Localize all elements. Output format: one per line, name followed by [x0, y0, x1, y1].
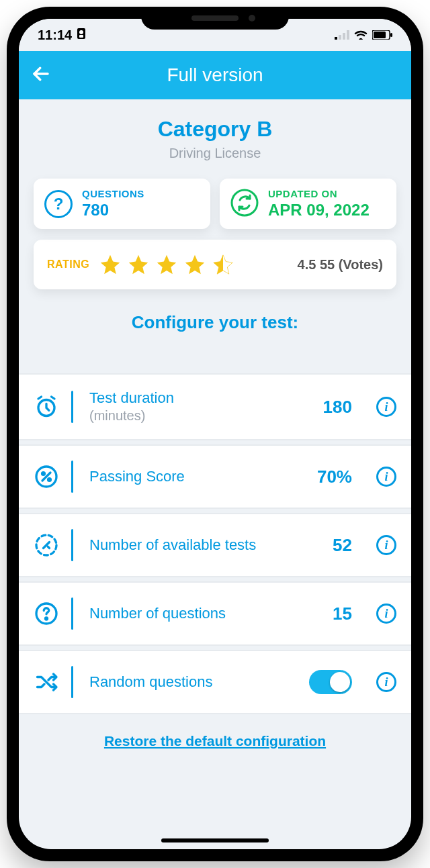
setting-label-nquestions: Number of questions	[89, 605, 320, 622]
svg-rect-3	[335, 37, 337, 40]
setting-label-tests: Number of available tests	[89, 536, 320, 554]
setting-row-tests[interactable]: Number of available tests 52 i	[19, 513, 411, 577]
svg-rect-9	[390, 33, 392, 37]
app-bar: Full version	[19, 51, 411, 99]
page-title: Full version	[167, 64, 263, 86]
clock-icon	[34, 394, 59, 420]
test-count-icon	[34, 532, 59, 558]
svg-point-15	[42, 473, 45, 475]
battery-icon	[372, 28, 392, 43]
setting-value-tests: 52	[333, 535, 352, 556]
wifi-icon	[353, 28, 368, 43]
random-toggle[interactable]	[309, 670, 352, 694]
updated-label: UPDATED ON	[268, 188, 370, 199]
phone-notch	[141, 7, 289, 30]
phone-screen: 11:14	[19, 19, 411, 849]
rating-card: RATING 4.5 55 (Votes)	[34, 240, 396, 289]
status-time: 11:14	[38, 28, 72, 43]
back-button[interactable]	[31, 64, 51, 87]
category-subtitle: Driving License	[34, 146, 396, 161]
category-title: Category B	[34, 117, 396, 142]
setting-row-random[interactable]: Random questions i	[19, 650, 411, 714]
percent-icon	[34, 464, 59, 489]
restore-link-container: Restore the default configuration	[19, 733, 411, 769]
setting-label-random: Random questions	[89, 673, 297, 691]
info-icon[interactable]: i	[376, 604, 396, 624]
cellular-icon	[335, 28, 349, 43]
setting-label-duration: Test duration (minutes)	[89, 389, 311, 424]
header-area: Category B Driving License ? QUESTIONS 7…	[19, 99, 411, 353]
rating-text: 4.5 55 (Votes)	[298, 257, 383, 273]
setting-value-nquestions: 15	[333, 604, 352, 624]
svg-rect-8	[374, 32, 386, 38]
svg-rect-5	[343, 33, 345, 40]
configure-heading: Configure your test:	[34, 312, 396, 333]
info-icon[interactable]: i	[376, 467, 396, 487]
rating-stars	[99, 253, 234, 276]
svg-rect-2	[79, 35, 83, 38]
info-icon[interactable]: i	[376, 535, 396, 555]
setting-row-passing[interactable]: Passing Score 70% i	[19, 444, 411, 509]
setting-value-passing: 70%	[317, 467, 352, 487]
info-icon[interactable]: i	[376, 397, 396, 417]
settings-list: Test duration (minutes) 180 i Passing Sc…	[19, 353, 411, 718]
setting-row-nquestions[interactable]: Number of questions 15 i	[19, 581, 411, 646]
info-icon[interactable]: i	[376, 672, 396, 692]
svg-point-19	[46, 618, 48, 620]
status-indicator-icon	[76, 28, 87, 43]
questions-value: 780	[82, 201, 144, 220]
shuffle-icon	[34, 669, 59, 695]
questions-card: ? QUESTIONS 780	[34, 179, 210, 229]
svg-rect-1	[79, 30, 83, 34]
setting-row-duration[interactable]: Test duration (minutes) 180 i	[19, 373, 411, 440]
svg-point-16	[48, 479, 51, 481]
svg-rect-6	[347, 30, 349, 40]
updated-value: APR 09, 2022	[268, 201, 370, 220]
phone-frame: 11:14	[7, 7, 423, 861]
questions-label: QUESTIONS	[82, 188, 144, 199]
question-icon: ?	[44, 190, 73, 218]
rating-label: RATING	[47, 258, 89, 271]
home-indicator[interactable]	[161, 838, 269, 842]
question-count-icon	[34, 601, 59, 626]
refresh-icon	[230, 189, 259, 220]
restore-default-link[interactable]: Restore the default configuration	[104, 733, 326, 749]
updated-card: UPDATED ON APR 09, 2022	[220, 179, 396, 229]
setting-label-passing: Passing Score	[89, 468, 305, 485]
svg-point-11	[232, 190, 257, 215]
svg-rect-4	[339, 35, 341, 40]
setting-value-duration: 180	[323, 397, 352, 418]
